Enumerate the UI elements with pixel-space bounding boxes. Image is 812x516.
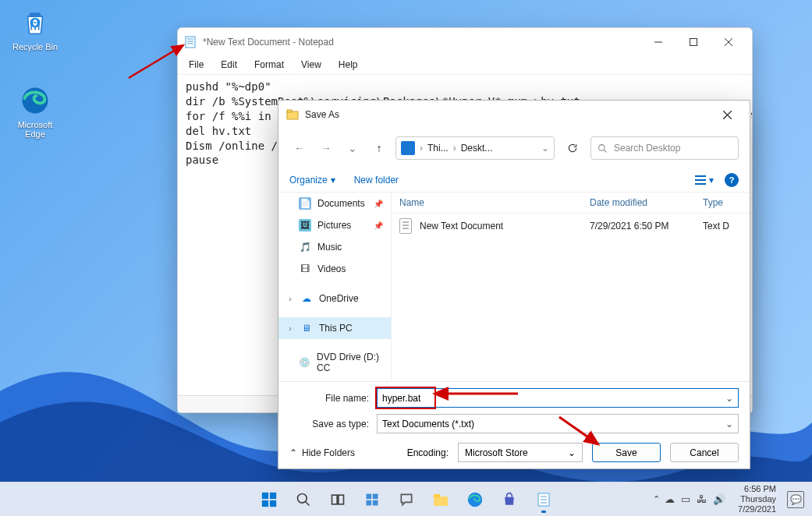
maximize-button[interactable]: [675, 30, 711, 54]
chevron-down-icon[interactable]: ⌄: [568, 447, 576, 458]
clock-date: 7/29/2021: [738, 504, 776, 514]
file-list: Name Date modified Type New Text Documen…: [392, 193, 750, 381]
filename-input[interactable]: hyper.bat ⌄: [377, 388, 739, 408]
folder-tree: 📄Documents📌 🖼Pictures📌 🎵Music 🎞Videos ›☁…: [278, 193, 392, 381]
chevron-down-icon: ▾: [331, 175, 335, 186]
taskbar: ⌃ ☁ ▭ 🖧 🔊 6:56 PM Thursday 7/29/2021 💬: [0, 482, 812, 516]
network-icon[interactable]: 🖧: [697, 493, 707, 505]
save-as-titlebar[interactable]: Save As: [278, 101, 750, 129]
nav-recent-button[interactable]: ⌄: [342, 138, 363, 158]
tree-videos[interactable]: 🎞Videos: [278, 258, 391, 280]
encoding-label: Encoding:: [407, 447, 449, 458]
svg-rect-25: [269, 500, 275, 506]
pin-icon: 📌: [374, 200, 383, 208]
filename-label: File name:: [289, 393, 374, 404]
chevron-down-icon[interactable]: ⌄: [725, 419, 733, 429]
menu-format[interactable]: Format: [251, 58, 287, 72]
pin-icon: 📌: [374, 221, 383, 230]
new-folder-button[interactable]: New folder: [354, 175, 399, 186]
tree-dvd[interactable]: 💿DVD Drive (D:) CC: [278, 347, 391, 378]
tray-chevron-icon[interactable]: ⌃: [653, 494, 660, 504]
recycle-bin-glyph: [19, 6, 51, 39]
edge-icon[interactable]: Microsoft Edge: [8, 84, 62, 139]
svg-point-26: [297, 493, 307, 503]
search-icon: [597, 143, 608, 154]
save-button[interactable]: Save: [592, 443, 661, 462]
clock-time: 6:56 PM: [738, 484, 776, 494]
menu-edit[interactable]: Edit: [218, 58, 240, 72]
hide-folders-button[interactable]: ⌃ Hide Folders: [289, 447, 355, 458]
explorer-button[interactable]: [426, 485, 456, 514]
column-name[interactable]: Name: [399, 197, 590, 208]
tree-documents[interactable]: 📄Documents📌: [278, 193, 391, 214]
save-as-close-button[interactable]: [712, 103, 742, 126]
pictures-icon: 🖼: [299, 219, 311, 231]
chevron-right-icon: ›: [286, 295, 294, 303]
notifications-button[interactable]: 💬: [787, 491, 804, 508]
svg-rect-35: [434, 494, 440, 497]
view-mode-button[interactable]: ▾: [695, 175, 714, 186]
tree-music[interactable]: 🎵Music: [278, 236, 391, 258]
this-pc-icon: [401, 141, 415, 155]
breadcrumb[interactable]: › Thi... › Deskt... ⌄: [395, 136, 555, 160]
file-row[interactable]: New Text Document 7/29/2021 6:50 PM Text…: [392, 214, 750, 239]
svg-rect-3: [186, 37, 195, 48]
file-list-header[interactable]: Name Date modified Type: [392, 193, 750, 214]
recycle-bin-icon[interactable]: Recycle Bin: [8, 6, 62, 51]
tree-pictures[interactable]: 🖼Pictures📌: [278, 214, 391, 236]
menu-view[interactable]: View: [298, 58, 324, 72]
chat-button[interactable]: [392, 485, 421, 514]
notepad-menubar: File Edit Format View Help: [178, 55, 752, 75]
breadcrumb-desktop[interactable]: Deskt...: [461, 143, 493, 154]
task-view-button[interactable]: [323, 485, 353, 514]
store-button[interactable]: [495, 485, 524, 514]
save-as-form: File name: hyper.bat ⌄ Save as type: Tex…: [278, 381, 750, 468]
volume-icon[interactable]: 🔊: [713, 493, 725, 505]
nav-up-button[interactable]: ↑: [369, 138, 389, 158]
menu-help[interactable]: Help: [335, 58, 361, 72]
taskbar-clock[interactable]: 6:56 PM Thursday 7/29/2021: [738, 484, 776, 515]
chevron-down-icon[interactable]: ⌄: [541, 143, 549, 154]
cancel-button[interactable]: Cancel: [670, 443, 739, 462]
documents-icon: 📄: [299, 197, 311, 210]
notepad-title-text: *New Text Document - Notepad: [203, 37, 334, 48]
menu-file[interactable]: File: [186, 58, 207, 72]
tree-onedrive[interactable]: ›☁OneDrive: [278, 288, 391, 309]
filetype-select[interactable]: Text Documents (*.txt) ⌄: [377, 414, 739, 433]
nav-forward-button[interactable]: →: [316, 138, 336, 158]
svg-rect-30: [366, 493, 371, 499]
svg-rect-34: [434, 497, 448, 506]
nav-back-button[interactable]: ←: [289, 138, 310, 158]
svg-rect-28: [332, 495, 337, 504]
column-date[interactable]: Date modified: [590, 197, 703, 208]
close-button[interactable]: [711, 30, 746, 54]
tree-thispc[interactable]: ›🖥This PC: [278, 317, 391, 339]
column-type[interactable]: Type: [703, 197, 742, 208]
help-button[interactable]: ?: [725, 173, 739, 187]
start-button[interactable]: [254, 485, 284, 514]
save-as-navbar: ← → ⌄ ↑ › Thi... › Deskt... ⌄ Search Des…: [278, 129, 750, 168]
dvd-icon: 💿: [299, 356, 310, 369]
taskbar-search-button[interactable]: [289, 485, 318, 514]
file-date-cell: 7/29/2021 6:50 PM: [590, 221, 703, 231]
widgets-button[interactable]: [357, 485, 387, 514]
chevron-down-icon[interactable]: ⌄: [725, 393, 733, 404]
organize-button[interactable]: Organize ▾: [289, 175, 335, 186]
meet-now-icon[interactable]: ▭: [681, 493, 690, 505]
edge-taskbar-button[interactable]: [460, 485, 490, 514]
notepad-titlebar[interactable]: *New Text Document - Notepad: [178, 28, 752, 55]
notepad-taskbar-button[interactable]: [529, 485, 558, 514]
save-as-dialog: Save As ← → ⌄ ↑ › Thi... › Deskt... ⌄ Se…: [278, 100, 750, 469]
file-type-cell: Text D: [703, 221, 742, 231]
breadcrumb-thispc[interactable]: Thi...: [427, 143, 449, 154]
encoding-select[interactable]: Microsoft Store ⌄: [458, 443, 583, 462]
chevron-right-icon: ›: [420, 143, 423, 154]
search-input[interactable]: Search Desktop: [590, 136, 739, 160]
svg-point-15: [599, 144, 605, 150]
onedrive-tray-icon[interactable]: ☁: [665, 493, 675, 505]
save-as-title-text: Save As: [305, 109, 339, 120]
refresh-button[interactable]: [561, 136, 584, 160]
system-tray: ⌃ ☁ ▭ 🖧 🔊 6:56 PM Thursday 7/29/2021 💬: [653, 484, 812, 515]
minimize-button[interactable]: [640, 30, 675, 54]
music-icon: 🎵: [299, 241, 311, 253]
